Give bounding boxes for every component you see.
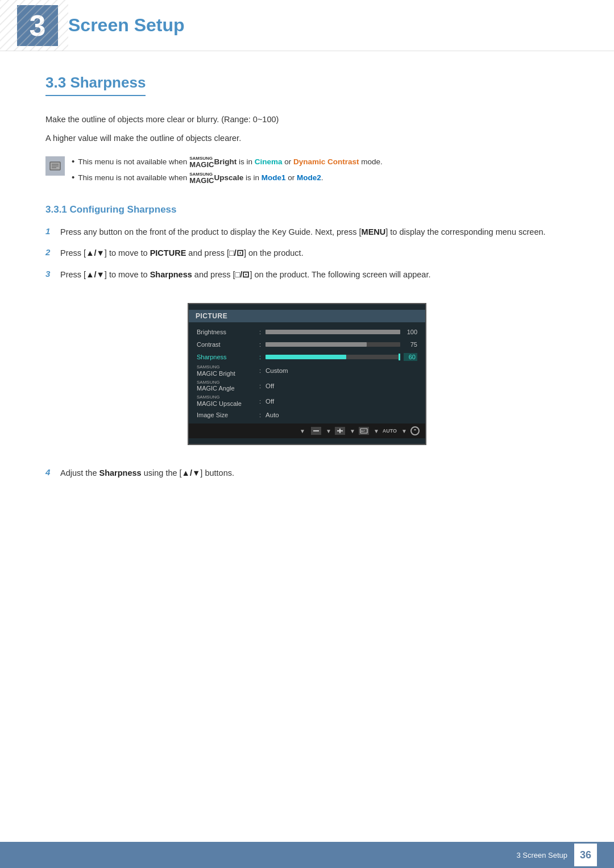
osd-power-icon [410,426,420,435]
page-number: 36 [574,844,597,866]
step-num-3: 3 [45,268,56,279]
section-number: 3.3 [45,74,66,91]
osd-row-contrast: Contrast : 75 [189,338,425,351]
main-content: 3.3 Sharpness Make the outline of object… [0,51,614,533]
chapter-number: 3 [30,11,46,40]
chapter-title: Screen Setup [68,15,185,36]
osd-num-contrast: 75 [404,341,417,348]
step-text-3: Press [▲/▼] to move to Sharpness and pre… [60,268,569,281]
subsection-title: Configuring Sharpness [70,204,177,215]
osd-title-bar: PICTURE [189,310,425,322]
osd-label-image-size: Image Size [197,412,259,418]
osd-label-magic-angle: SAMSUNG MAGIC Angle [197,380,259,392]
note-box: This menu is not available when SAMSUNGM… [45,155,569,187]
svg-text:▼: ▼ [401,428,406,434]
step-text-4: Adjust the Sharpness using the [▲/▼] but… [60,467,569,480]
step-num-1: 1 [45,226,56,236]
osd-label-brightness: Brightness [197,329,259,335]
section-title: Sharpness [70,74,146,91]
section-desc2: A higher value will make the outline of … [45,132,569,145]
chapter-number-box: 3 [17,5,58,46]
osd-value-brightness: 100 [265,329,417,335]
step-num-2: 2 [45,247,56,257]
osd-label-magic-bright: SAMSUNG MAGIC Bright [197,365,259,377]
osd-val-image-size: Auto [265,412,279,418]
osd-row-image-size: Image Size : Auto [189,409,425,421]
osd-row-magic-bright: SAMSUNG MAGIC Bright : Custom [189,363,425,379]
page-footer: 3 Screen Setup 36 [0,842,614,868]
note-line-2: This menu is not available when SAMSUNGM… [72,171,569,184]
osd-val-magic-upscale: Off [265,398,274,405]
step-text-2: Press [▲/▼] to move to PICTURE and press… [60,247,569,260]
osd-auto-label: AUTO [383,428,397,434]
note-icon [45,156,65,176]
step-text-1: Press any button on the front of the pro… [60,226,569,239]
osd-value-contrast: 75 [265,341,417,348]
step-4: 4 Adjust the Sharpness using the [▲/▼] b… [45,467,569,480]
osd-icon-minus [311,427,321,435]
osd-rows: Brightness : 100 Contrast : 75 [189,323,425,423]
osd-val-magic-angle: Off [265,383,274,389]
osd-row-sharpness: Sharpness : 60 [189,351,425,363]
osd-icon-plus [335,427,345,435]
section-heading: 3.3 Sharpness [45,74,146,96]
osd-label-sharpness: Sharpness [197,354,259,360]
svg-rect-7 [313,430,319,431]
note-line-1: This menu is not available when SAMSUNGM… [72,155,569,168]
osd-icon-enter: ↩ [359,427,369,435]
osd-num-brightness: 100 [404,329,417,335]
step-3: 3 Press [▲/▼] to move to Sharpness and p… [45,268,569,281]
step-1: 1 Press any button on the front of the p… [45,226,569,239]
svg-rect-10 [337,430,343,431]
osd-container: PICTURE Brightness : 100 Contrast [189,304,425,444]
osd-num-sharpness: 60 [404,353,417,361]
section-desc1: Make the outline of objects more clear o… [45,113,569,126]
osd-val-magic-bright: Custom [265,367,288,374]
osd-label-magic-upscale: SAMSUNG MAGIC Upscale [197,395,259,407]
header-banner: 3 Screen Setup [0,0,614,51]
subsection-number: 3.3.1 [45,204,67,215]
svg-text:▼: ▼ [350,428,354,434]
note-lines: This menu is not available when SAMSUNGM… [72,155,569,187]
subsection-heading: 3.3.1 Configuring Sharpness [45,204,569,215]
svg-text:▼: ▼ [326,428,330,434]
osd-bottom-bar: ▼ ▼ ▼ ↩ [189,423,425,438]
step-num-4: 4 [45,467,56,477]
osd-label-contrast: Contrast [197,341,259,348]
svg-text:▼: ▼ [374,428,378,434]
step-2: 2 Press [▲/▼] to move to PICTURE and pre… [45,247,569,260]
osd-value-sharpness: 60 [265,353,417,361]
svg-text:▼: ▼ [300,428,305,434]
svg-text:↩: ↩ [361,429,365,434]
footer-text: 3 Screen Setup [516,851,567,859]
osd-screenshot: PICTURE Brightness : 100 Contrast [188,303,426,445]
osd-row-magic-upscale: SAMSUNG MAGIC Upscale : Off [189,393,425,409]
osd-row-magic-angle: SAMSUNG MAGIC Angle : Off [189,379,425,394]
osd-row-brightness: Brightness : 100 [189,326,425,338]
